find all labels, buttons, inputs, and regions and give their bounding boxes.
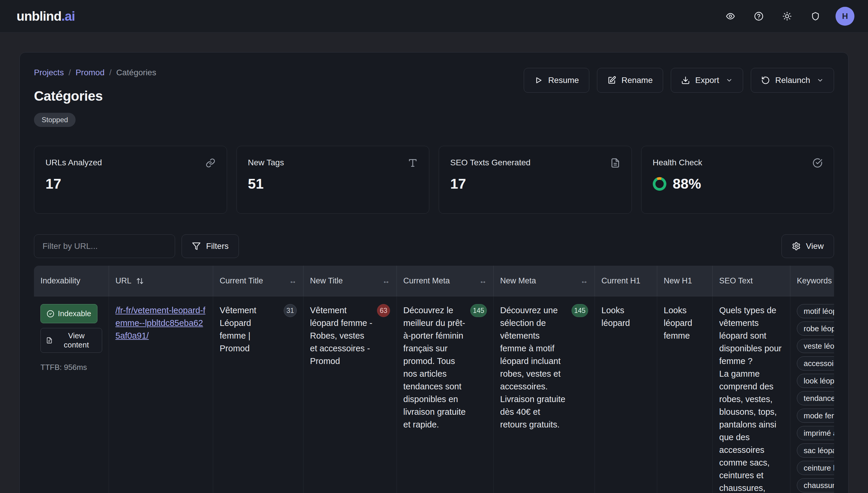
breadcrumb-separator: / xyxy=(109,68,112,77)
new-h1-text: Looks léopard femme xyxy=(664,304,706,342)
stat-card-health-check: Health Check 88% xyxy=(641,146,834,214)
column-header-url[interactable]: URL xyxy=(109,266,213,296)
export-button[interactable]: Export xyxy=(671,68,743,93)
view-content-button[interactable]: View content xyxy=(40,328,102,353)
column-header-new-title[interactable]: New Title ↔ xyxy=(304,266,397,296)
stat-value: 51 xyxy=(248,176,418,192)
export-label: Export xyxy=(695,76,719,85)
stat-card-seo-texts: SEO Texts Generated 17 xyxy=(439,146,632,214)
column-header-new-h1[interactable]: New H1 xyxy=(657,266,713,296)
stat-card-new-tags: New Tags 51 xyxy=(237,146,430,214)
brand-suffix: .ai xyxy=(61,9,75,23)
cell-current-title: Vêtement Léopard femme | Promod 31 xyxy=(213,296,304,493)
resize-icon[interactable]: ↔ xyxy=(289,276,297,285)
refresh-icon xyxy=(761,76,770,85)
column-header-new-meta[interactable]: New Meta ↔ xyxy=(494,266,595,296)
view-label: View xyxy=(806,241,824,251)
keyword-chip: accessoire xyxy=(797,356,834,370)
top-navbar: unblind.ai H xyxy=(0,0,868,33)
stat-label: SEO Texts Generated xyxy=(450,158,530,167)
keyword-chip: look léopa xyxy=(797,374,834,388)
keyword-chip: ceinture le xyxy=(797,461,834,475)
status-badge: Stopped xyxy=(34,113,75,127)
keyword-chip: mode fem xyxy=(797,409,834,423)
file-text-icon xyxy=(610,158,620,168)
play-icon xyxy=(534,76,543,85)
cell-new-h1: Looks léopard femme xyxy=(657,296,713,493)
health-ring xyxy=(653,177,666,191)
char-count-badge: 31 xyxy=(284,304,297,317)
current-h1-text: Looks léopard xyxy=(601,304,650,329)
cell-current-h1: Looks léopard xyxy=(595,296,657,493)
column-header-current-h1[interactable]: Current H1 xyxy=(595,266,657,296)
resize-icon[interactable]: ↔ xyxy=(479,276,487,285)
stat-value: 17 xyxy=(45,176,216,192)
indexable-badge: Indexable xyxy=(40,304,97,323)
seo-text: Quels types de vêtements léopard sont di… xyxy=(719,304,784,493)
breadcrumb-separator: / xyxy=(68,68,71,77)
stat-card-urls-analyzed: URLs Analyzed 17 xyxy=(34,146,227,214)
resume-label: Resume xyxy=(548,76,579,85)
sun-icon[interactable] xyxy=(779,8,795,24)
shield-icon[interactable] xyxy=(807,8,824,24)
avatar[interactable]: H xyxy=(836,7,854,26)
stat-value: 17 xyxy=(450,176,620,192)
cell-indexability: Indexable View content TTFB: 956ms xyxy=(34,296,109,493)
eye-icon[interactable] xyxy=(722,8,739,24)
keyword-chip: tendance xyxy=(797,391,834,405)
url-link[interactable]: /fr-fr/vetement-leopard-femme--lpbltdc85… xyxy=(115,305,205,340)
column-header-current-meta[interactable]: Current Meta ↔ xyxy=(397,266,494,296)
cell-current-meta: Découvrez le meilleur du prêt-à-porter f… xyxy=(397,296,494,493)
breadcrumb-current: Catégories xyxy=(116,68,156,77)
sort-icon[interactable] xyxy=(136,277,144,285)
link-icon xyxy=(205,158,216,168)
gear-icon xyxy=(792,242,801,251)
char-count-badge: 63 xyxy=(377,304,390,317)
brand-name: unblind xyxy=(17,9,61,23)
results-table: Indexability URL Current Title ↔ New Tit… xyxy=(34,266,834,493)
breadcrumb-projects[interactable]: Projects xyxy=(34,68,64,77)
project-card: Projects / Promod / Catégories Catégorie… xyxy=(20,52,848,493)
current-title-text: Vêtement Léopard femme | Promod xyxy=(220,304,280,355)
breadcrumb-promod[interactable]: Promod xyxy=(75,68,105,77)
cell-new-title: Vêtement léopard femme - Robes, vestes e… xyxy=(304,296,397,493)
ttfb-value: TTFB: 956ms xyxy=(40,361,102,374)
resize-icon[interactable]: ↔ xyxy=(382,276,390,285)
file-icon xyxy=(46,337,52,344)
keyword-chip: veste léop xyxy=(797,339,834,353)
resume-button[interactable]: Resume xyxy=(524,68,589,93)
char-count-badge: 145 xyxy=(571,304,588,317)
relaunch-button[interactable]: Relaunch xyxy=(751,68,834,93)
avatar-initial: H xyxy=(842,12,848,21)
help-icon[interactable] xyxy=(751,8,767,24)
cell-seo-text: Quels types de vêtements léopard sont di… xyxy=(713,296,790,493)
keyword-chip: sac léopar xyxy=(797,444,834,457)
column-header-indexability[interactable]: Indexability xyxy=(34,266,109,296)
keyword-chip: motif léopa xyxy=(797,304,834,318)
column-header-current-title[interactable]: Current Title ↔ xyxy=(213,266,304,296)
action-buttons: Resume Rename Export Relaunch xyxy=(524,68,834,93)
column-header-keywords[interactable]: Keywords xyxy=(790,266,834,296)
cell-new-meta: Découvrez une sélection de vêtements fem… xyxy=(494,296,595,493)
new-title-text: Vêtement léopard femme - Robes, vestes e… xyxy=(310,304,373,367)
relaunch-label: Relaunch xyxy=(775,76,810,85)
resize-icon[interactable]: ↔ xyxy=(581,276,588,285)
column-header-seo-text[interactable]: SEO Text xyxy=(713,266,790,296)
cell-url: /fr-fr/vetement-leopard-femme--lpbltdc85… xyxy=(109,296,213,493)
filters-button[interactable]: Filters xyxy=(181,234,239,258)
stat-label: Health Check xyxy=(653,158,702,167)
url-filter-input[interactable] xyxy=(34,234,175,258)
view-button[interactable]: View xyxy=(781,234,834,258)
current-meta-text: Découvrez le meilleur du prêt-à-porter f… xyxy=(403,304,466,431)
check-circle-icon xyxy=(47,310,54,318)
stat-label: URLs Analyzed xyxy=(45,158,102,167)
brand-logo[interactable]: unblind.ai xyxy=(17,9,75,24)
keyword-chip: imprimé a xyxy=(797,426,834,440)
new-meta-text: Découvrez une sélection de vêtements fem… xyxy=(500,304,567,431)
funnel-icon xyxy=(192,242,201,251)
filters-label: Filters xyxy=(206,241,229,251)
char-count-badge: 145 xyxy=(470,304,487,317)
stat-label: New Tags xyxy=(248,158,284,167)
rename-button[interactable]: Rename xyxy=(597,68,663,93)
check-circle-icon xyxy=(812,158,823,168)
